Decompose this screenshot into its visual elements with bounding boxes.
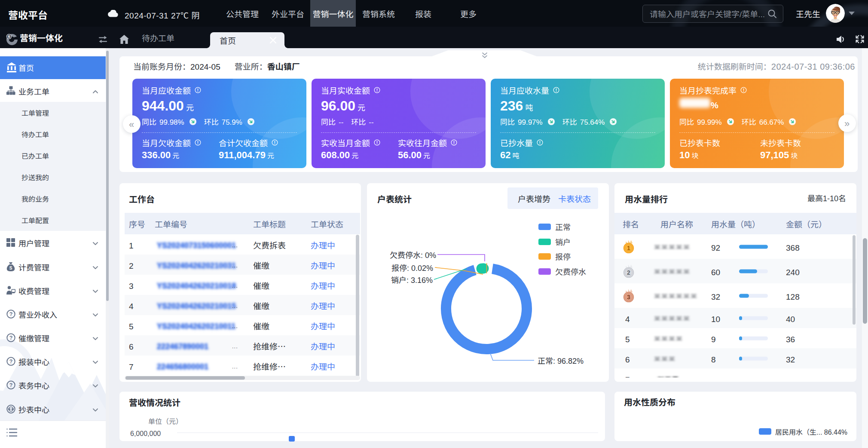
svg-text:?: ? [9,310,13,318]
svg-text:1: 1 [627,243,630,252]
svg-text:6: 6 [8,34,10,39]
svg-text:2: 2 [627,268,630,276]
svg-text:?: ? [9,357,13,365]
svg-text:S: S [9,264,12,271]
svg-text:?: ? [9,333,13,341]
svg-text:?: ? [9,380,13,389]
svg-text:3: 3 [627,292,630,301]
